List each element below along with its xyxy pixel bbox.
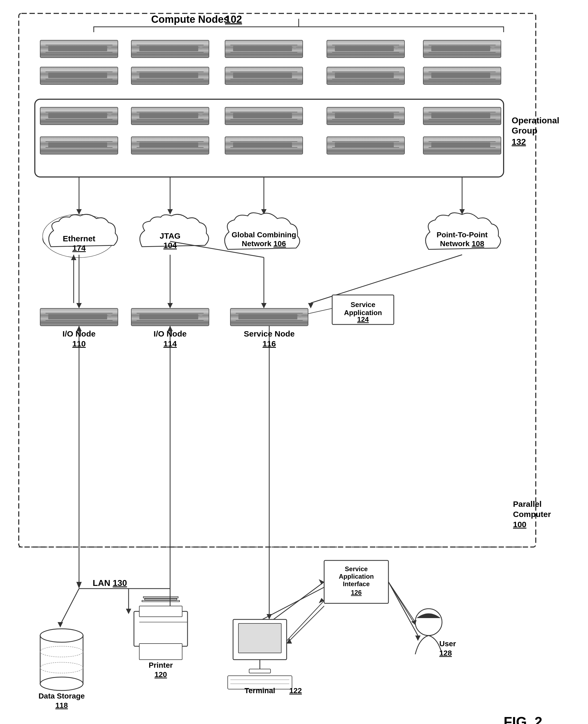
svg-marker-135 [167,609,173,614]
io-node-110-number: 110 [72,339,86,348]
svg-rect-38 [233,73,292,78]
svg-point-6 [108,46,111,49]
svg-rect-46 [431,73,490,78]
svg-rect-77 [139,142,198,148]
svg-line-171 [287,601,324,641]
svg-marker-176 [411,620,417,625]
svg-line-146 [388,582,418,636]
svg-marker-95 [261,209,267,215]
svg-point-117 [108,314,111,318]
fig-label: FIG. 2 [504,714,542,724]
svg-rect-15 [233,46,292,51]
svg-marker-97 [459,209,465,215]
svg-point-100 [90,232,114,248]
svg-line-173 [287,606,324,644]
svg-rect-47 [35,99,504,177]
svg-rect-156 [134,611,188,646]
svg-point-99 [43,229,70,248]
op-group-number: 132 [512,137,526,147]
printer-label: Printer [149,661,173,669]
svg-marker-132 [76,582,82,588]
svg-marker-172 [319,598,324,603]
svg-rect-62 [327,107,404,125]
svg-marker-174 [287,638,292,644]
svg-rect-121 [139,314,198,319]
io-node-114-label: I/O Node [153,329,186,338]
gcn-label: Global Combining [231,230,296,239]
svg-rect-0 [19,14,536,547]
ptp-label2: Network 108 [440,239,484,248]
svg-marker-141 [58,622,63,627]
svg-rect-30 [48,73,107,78]
svg-rect-66 [423,107,501,125]
svg-rect-157 [139,606,182,617]
svg-point-127 [298,314,302,318]
svg-line-140 [62,588,79,622]
svg-point-170 [415,609,442,636]
svg-rect-48 [40,107,118,125]
svg-rect-12 [225,40,303,58]
svg-point-154 [40,646,83,657]
svg-rect-31 [131,67,209,84]
svg-point-152 [40,629,83,642]
svg-marker-143 [126,609,131,614]
svg-rect-2 [40,40,118,58]
svg-rect-78 [225,137,303,154]
svg-point-57 [199,113,203,116]
svg-rect-73 [48,142,107,148]
ethernet-number: 174 [72,243,86,252]
svg-rect-10 [139,46,198,51]
service-app-label: Service [351,301,376,309]
svg-rect-159 [143,597,178,598]
compute-nodes-number: 102 [225,14,242,25]
jtag-number: 104 [163,241,177,250]
svg-point-153 [40,677,83,690]
svg-line-177 [388,582,415,622]
svg-marker-91 [76,209,82,215]
svg-rect-128 [332,295,394,324]
io-node-110-label: I/O Node [62,329,96,338]
svg-rect-163 [233,619,287,660]
svg-rect-118 [131,308,209,326]
svg-rect-7 [131,40,209,58]
io-node-114-number: 114 [163,339,177,348]
svg-line-144 [252,619,269,636]
svg-line-110 [311,255,462,303]
svg-point-122 [199,314,203,318]
svg-rect-35 [225,67,303,84]
svg-rect-126 [238,314,297,319]
jtag-label: JTAG [160,232,181,240]
svg-marker-147 [415,636,421,641]
data-storage-number: 118 [56,701,68,709]
service-app-label2: Application [344,309,382,317]
svg-rect-17 [327,40,404,58]
svg-marker-107 [167,303,173,308]
svg-line-112 [170,241,264,257]
parallel-computer-number: 100 [513,520,526,529]
svg-rect-34 [139,73,198,78]
svg-marker-109 [261,303,267,308]
svg-point-98 [43,215,115,257]
svg-rect-25 [431,46,490,51]
ptp-label: Point-To-Point [437,230,488,239]
svg-rect-81 [233,142,292,148]
op-group-label2: Group [512,126,538,136]
svg-point-101 [43,215,115,257]
service-node-number: 116 [262,339,276,348]
svg-rect-167 [228,676,292,689]
svg-rect-42 [335,73,394,78]
sai-label3: Interface [343,580,370,587]
svg-rect-61 [233,113,292,118]
svg-marker-111 [308,303,313,308]
svg-rect-151 [40,636,83,684]
svg-marker-133 [76,326,82,331]
svg-rect-53 [131,107,209,125]
svg-line-150 [257,587,324,622]
data-storage-label: Data Storage [39,692,85,700]
sai-label: Service [345,565,368,572]
svg-rect-27 [40,67,118,84]
user-label: User [439,640,456,648]
terminal-number: 122 [289,686,302,695]
svg-point-16 [293,46,296,49]
svg-rect-113 [40,308,118,326]
